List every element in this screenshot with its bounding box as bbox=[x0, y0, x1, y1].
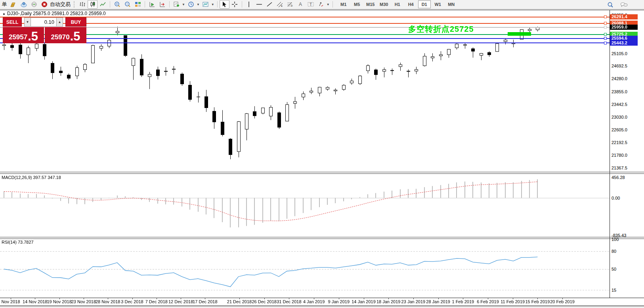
search-icon[interactable] bbox=[605, 0, 615, 9]
level-marker-25725.2[interactable] bbox=[604, 33, 607, 36]
date-label-16: 23 Jan 2019 bbox=[401, 299, 426, 304]
trendline-icon[interactable] bbox=[265, 0, 275, 9]
price-axis-border bbox=[610, 10, 610, 298]
price-tick-24692.5: 24692.5 bbox=[612, 64, 627, 68]
date-label-21: 15 Feb 2019 bbox=[526, 299, 550, 304]
timeframe-m30[interactable]: M30 bbox=[378, 0, 390, 8]
rsi-scale-15: 15 bbox=[612, 288, 616, 293]
level-marker-26088.1[interactable] bbox=[604, 22, 607, 25]
toolbar-separator bbox=[242, 1, 242, 8]
timeframe-m5[interactable]: M5 bbox=[351, 0, 363, 8]
autoscroll-icon[interactable] bbox=[147, 0, 157, 9]
bar-chart-icon[interactable] bbox=[77, 0, 87, 9]
volume-decrease-button[interactable]: ▼ bbox=[24, 17, 31, 27]
cursor-icon[interactable] bbox=[220, 0, 229, 9]
ask-price-fraction: .5 bbox=[70, 30, 80, 42]
trade-buttons-row: SELL ▼ ▲ BUY bbox=[3, 17, 86, 27]
arrows-icon[interactable] bbox=[316, 0, 326, 9]
ask-price-main: 25970 bbox=[51, 32, 69, 42]
date-label-6: 7 Dec 2018 bbox=[145, 299, 168, 304]
main-toolbar: 单 自动交易 ▼ ▼ ▼ E F A T ▼ bbox=[0, 0, 644, 9]
one-click-trading-panel: SELL ▼ ▲ BUY 25957.5 25970.5 bbox=[3, 17, 86, 43]
date-label-3: 23 Nov 2018 bbox=[71, 299, 96, 304]
level-marker-25443.2[interactable] bbox=[604, 42, 607, 44]
horizontal-line-icon[interactable] bbox=[254, 0, 264, 9]
fibonacci-icon[interactable]: F bbox=[285, 0, 295, 9]
date-label-18: 1 Feb 2019 bbox=[452, 299, 474, 304]
ask-price[interactable]: 25970.5 bbox=[45, 27, 86, 43]
market-watch-gold-icon[interactable] bbox=[8, 0, 18, 9]
timeframe-m15[interactable]: M15 bbox=[364, 0, 377, 8]
zoom-in-icon[interactable] bbox=[112, 0, 122, 9]
bid-price-main: 25957 bbox=[9, 32, 27, 42]
toolbar-grip bbox=[74, 1, 76, 8]
new-order-button[interactable]: 单 bbox=[1, 0, 8, 9]
timeframe-h4[interactable]: H4 bbox=[405, 0, 417, 8]
rsi-scale-50: 50 bbox=[612, 267, 616, 271]
buy-button[interactable]: BUY bbox=[65, 17, 86, 27]
date-label-4: 28 Nov 2018 bbox=[96, 299, 120, 304]
sell-button[interactable]: SELL bbox=[3, 17, 22, 27]
periods-clock-icon[interactable] bbox=[186, 0, 196, 9]
date-label-22: 20 Feb 2019 bbox=[550, 299, 575, 304]
macd-scale-0: 0.00 bbox=[612, 196, 620, 200]
level-line-25443.2[interactable] bbox=[0, 42, 610, 43]
pivot-highlight-bar[interactable] bbox=[508, 32, 531, 36]
indicators-add-icon[interactable] bbox=[172, 0, 182, 9]
timeframe-h1[interactable]: H1 bbox=[391, 0, 404, 8]
timeframe-d1[interactable]: D1 bbox=[418, 0, 431, 8]
signals-icon[interactable] bbox=[29, 0, 39, 9]
date-label-11: 31 Dec 2018 bbox=[277, 299, 301, 304]
timeframe-mn[interactable]: MN bbox=[445, 0, 458, 8]
level-line-25959[interactable] bbox=[0, 27, 610, 28]
pivot-annotation-text[interactable]: 多空转折点25725 bbox=[408, 24, 474, 35]
price-tag-25959: 25959.0 bbox=[610, 25, 638, 30]
level-marker-25959[interactable] bbox=[604, 26, 607, 29]
status-strip bbox=[0, 306, 644, 308]
level-marker-26291.4[interactable] bbox=[604, 15, 607, 18]
periods-dropdown-caret[interactable]: ▼ bbox=[197, 3, 200, 6]
tile-windows-icon[interactable] bbox=[133, 0, 143, 9]
timeframe-m1[interactable]: M1 bbox=[337, 0, 350, 8]
arrows-dropdown-caret[interactable]: ▼ bbox=[327, 3, 330, 6]
toolbar-right-group bbox=[605, 0, 629, 9]
text-icon[interactable]: A bbox=[296, 0, 306, 9]
candlestick-chart-icon[interactable] bbox=[88, 0, 97, 9]
volume-input[interactable] bbox=[31, 17, 56, 27]
level-line-26291.4[interactable] bbox=[0, 17, 610, 17]
bid-price[interactable]: 25957.5 bbox=[3, 27, 44, 43]
community-icon[interactable] bbox=[19, 0, 29, 9]
macd-panel-separator[interactable] bbox=[0, 172, 644, 174]
timeframe-w1[interactable]: W1 bbox=[432, 0, 444, 8]
price-tick-22605: 22605.0 bbox=[612, 127, 627, 132]
rsi-panel-separator[interactable] bbox=[0, 237, 644, 239]
chart-shift-icon[interactable] bbox=[157, 0, 167, 9]
zoom-out-icon[interactable] bbox=[122, 0, 132, 9]
date-label-7: 12 Dec 2018 bbox=[168, 299, 193, 304]
rsi-scale-80: 80 bbox=[612, 249, 616, 254]
vertical-line-icon[interactable] bbox=[244, 0, 254, 9]
chart-canvas[interactable] bbox=[0, 0, 610, 308]
date-label-20: 11 Feb 2019 bbox=[501, 299, 525, 304]
text-label-icon[interactable]: T bbox=[306, 0, 316, 9]
chat-icon[interactable] bbox=[619, 0, 629, 9]
autotrading-icon[interactable] bbox=[39, 0, 49, 9]
line-chart-icon[interactable] bbox=[98, 0, 108, 9]
bid-price-fraction: .5 bbox=[28, 30, 38, 42]
date-label-9: 21 Dec 2018 bbox=[227, 299, 252, 304]
date-label-14: 14 Jan 2019 bbox=[352, 299, 376, 304]
price-tick-23442.5: 23442.5 bbox=[612, 102, 627, 107]
equidistant-channel-icon[interactable]: E bbox=[275, 0, 285, 9]
price-tick-23855: 23855.0 bbox=[612, 89, 627, 94]
level-line-26088.1[interactable] bbox=[0, 23, 610, 24]
macd-scale-456.28: 456.28 bbox=[612, 175, 625, 180]
level-line-25594.6[interactable] bbox=[0, 38, 610, 39]
indicators-dropdown-caret[interactable]: ▼ bbox=[182, 3, 185, 6]
date-label-17: 28 Jan 2019 bbox=[426, 299, 450, 304]
level-marker-25594.6[interactable] bbox=[604, 37, 607, 40]
autotrading-label[interactable]: 自动交易 bbox=[50, 1, 71, 8]
volume-increase-button[interactable]: ▲ bbox=[56, 17, 63, 27]
crosshair-icon[interactable] bbox=[230, 0, 240, 9]
templates-icon[interactable] bbox=[201, 0, 211, 9]
templates-dropdown-caret[interactable]: ▼ bbox=[211, 3, 214, 6]
